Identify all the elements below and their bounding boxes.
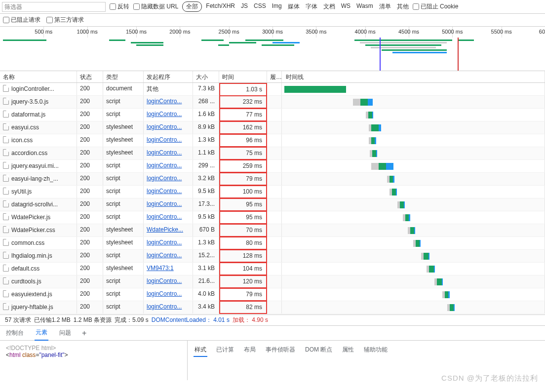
style-tab-3[interactable]: 事件侦听器 <box>265 344 296 356</box>
style-tab-4[interactable]: DOM 断点 <box>304 344 333 356</box>
initiator-link[interactable]: loginContro... <box>147 252 182 259</box>
initiator-link[interactable]: loginContro... <box>147 123 182 130</box>
header-type[interactable]: 类型 <box>103 71 144 82</box>
timeline-overview[interactable]: 500 ms1000 ms1500 ms2000 ms2500 ms3000 m… <box>0 27 545 71</box>
grid-body[interactable]: loginController...200document其他7.3 kB1.0… <box>0 83 545 314</box>
table-row[interactable]: loginController...200document其他7.3 kB1.0… <box>0 83 545 96</box>
overview-segment <box>458 39 474 41</box>
waterfall-bar <box>403 214 410 221</box>
status-requests: 57 次请求 <box>5 316 31 324</box>
table-row[interactable]: easyui-lang-zh_...200scriptloginContro..… <box>0 173 545 186</box>
table-row[interactable]: WdatePicker.css200stylesheetWdatePicke..… <box>0 224 545 237</box>
file-icon <box>3 162 9 169</box>
table-row[interactable]: easyui.css200stylesheetloginContro...8.9… <box>0 121 545 134</box>
style-tab-2[interactable]: 布局 <box>243 344 257 356</box>
table-row[interactable]: WdatePicker.js200scriptloginContro...9.5… <box>0 211 545 224</box>
initiator-link[interactable]: loginContro... <box>147 149 182 156</box>
initiator-link[interactable]: loginContro... <box>147 200 182 207</box>
filter-type-字体[interactable]: 字体 <box>306 2 317 11</box>
cell-size: 17.3... <box>193 198 219 211</box>
table-row[interactable]: easyuiextend.js200scriptloginContro...4.… <box>0 288 545 301</box>
third-party-checkbox[interactable]: 第三方请求 <box>46 16 84 24</box>
filter-type-JS[interactable]: JS <box>241 2 248 11</box>
filter-input[interactable] <box>2 2 106 12</box>
initiator-link[interactable]: loginContro... <box>147 136 182 143</box>
cell-waterfall <box>282 211 545 224</box>
header-name[interactable]: 名称 <box>0 71 77 82</box>
cell-type: script <box>103 173 144 185</box>
cell-status: 200 <box>77 301 103 314</box>
table-row[interactable]: accordion.css200stylesheetloginContro...… <box>0 147 545 160</box>
header-status[interactable]: 状态 <box>77 71 103 82</box>
overview-segment <box>229 42 256 43</box>
initiator-link[interactable]: loginContro... <box>147 213 182 220</box>
filter-type-媒体[interactable]: 媒体 <box>288 2 300 11</box>
cell-size: 3.4 kB <box>193 301 219 314</box>
filter-type-CSS[interactable]: CSS <box>254 2 266 11</box>
initiator-link[interactable]: loginContro... <box>147 98 182 105</box>
cell-time: 82 ms <box>219 301 267 314</box>
style-tab-5[interactable]: 属性 <box>341 344 355 356</box>
table-row[interactable]: jquery-hftable.js200scriptloginContro...… <box>0 301 545 314</box>
tab-elements[interactable]: 元素 <box>35 325 48 341</box>
filter-type-WS[interactable]: WS <box>341 2 350 11</box>
source-panel[interactable]: <!DOCTYPE html> <html class="panel-fit"> <box>0 341 188 380</box>
hide-data-checkbox[interactable]: 隐藏数据 URL <box>133 2 178 11</box>
filter-types: Fetch/XHRJSCSSImg媒体字体文档WSWasm清单其他 <box>206 2 408 11</box>
initiator-link[interactable]: loginContro... <box>147 175 182 182</box>
table-row[interactable]: syUtil.js200scriptloginContro...9.5 kB10… <box>0 186 545 198</box>
cell-size: 15.2... <box>193 250 219 262</box>
table-row[interactable]: dataformat.js200scriptloginContro...1.6 … <box>0 109 545 121</box>
cell-waterfall <box>282 224 545 236</box>
table-row[interactable]: curdtools.js200scriptloginContro...21.6.… <box>0 275 545 288</box>
initiator-link[interactable]: loginContro... <box>147 303 182 310</box>
header-wf[interactable]: 履... <box>267 71 282 82</box>
header-initiator[interactable]: 发起程序 <box>144 71 193 82</box>
initiator-link[interactable]: loginContro... <box>147 111 182 118</box>
cell-time: 100 ms <box>219 185 267 198</box>
header-timeline[interactable]: 时间线 <box>282 71 545 82</box>
filter-type-文档[interactable]: 文档 <box>323 2 335 11</box>
initiator-link[interactable]: loginContro... <box>147 188 182 195</box>
table-row[interactable]: lhgdialog.min.js200scriptloginContro...1… <box>0 250 545 263</box>
table-row[interactable]: icon.css200stylesheetloginContro...1.3 k… <box>0 134 545 147</box>
table-row[interactable]: datagrid-scrollvi...200scriptloginContro… <box>0 198 545 211</box>
initiator-link[interactable]: WdatePicke... <box>147 226 183 233</box>
table-row[interactable]: jquery-3.5.0.js200scriptloginContro...26… <box>0 96 545 109</box>
blocked-cookie-checkbox[interactable]: 已阻止 Cookie <box>413 2 459 11</box>
table-row[interactable]: jquery.easyui.mi...200scriptloginContro.… <box>0 160 545 173</box>
filter-type-Fetch/XHR[interactable]: Fetch/XHR <box>206 2 235 11</box>
add-tab-icon[interactable]: + <box>82 329 86 338</box>
tab-console[interactable]: 控制台 <box>5 326 25 340</box>
file-icon <box>3 149 9 156</box>
cell-status: 200 <box>77 237 103 249</box>
initiator-link[interactable]: VM9473:1 <box>147 265 174 272</box>
style-tab-6[interactable]: 辅助功能 <box>363 344 389 356</box>
cell-wf <box>267 237 282 249</box>
initiator-link[interactable]: loginContro... <box>147 277 182 284</box>
filter-type-Wasm[interactable]: Wasm <box>356 2 373 11</box>
filter-all-button[interactable]: 全部 <box>182 1 202 12</box>
overview-segment <box>109 39 125 41</box>
initiator-link[interactable]: loginContro... <box>147 290 182 297</box>
tab-issues[interactable]: 问题 <box>58 326 72 340</box>
initiator-link[interactable]: loginContro... <box>147 162 182 169</box>
filter-type-清单[interactable]: 清单 <box>379 2 391 11</box>
table-row[interactable]: common.css200stylesheetloginContro...1.3… <box>0 237 545 250</box>
table-row[interactable]: default.css200stylesheetVM9473:13.1 kB10… <box>0 263 545 275</box>
style-tab-0[interactable]: 样式 <box>194 344 207 357</box>
drawer-tabs: 控制台 元素 问题 + <box>0 326 545 341</box>
style-tab-1[interactable]: 已计算 <box>215 344 235 356</box>
overview-segment <box>382 49 447 51</box>
invert-checkbox[interactable]: 反转 <box>110 2 129 11</box>
initiator-link[interactable]: loginContro... <box>147 239 182 246</box>
cell-type: script <box>103 301 144 314</box>
cell-status: 200 <box>77 186 103 198</box>
filter-type-Img[interactable]: Img <box>272 2 282 11</box>
blocked-req-checkbox[interactable]: 已阻止请求 <box>3 16 40 24</box>
filter-type-其他[interactable]: 其他 <box>397 2 409 11</box>
cell-name: syUtil.js <box>0 186 77 198</box>
header-time[interactable]: 时间 <box>219 71 267 82</box>
cell-wf <box>267 160 282 172</box>
header-size[interactable]: 大小 <box>193 71 219 82</box>
